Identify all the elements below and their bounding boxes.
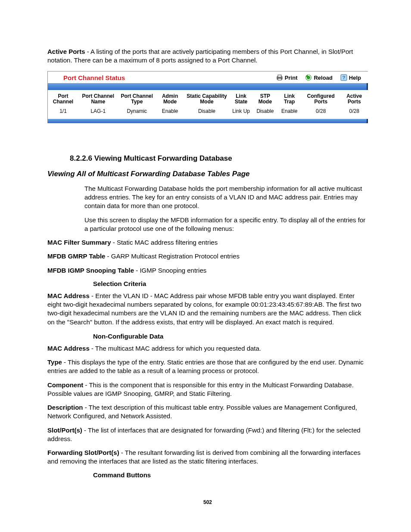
field-forwarding-slot-port-label: Forwarding Slot/Port(s) [47, 449, 119, 456]
col-port-channel-type: Port Channel Type [118, 90, 156, 108]
col-active-ports: Active Ports [340, 90, 368, 108]
mac-filter-summary-text: - Static MAC address filtering entries [111, 239, 218, 246]
field-component: Component - This is the component that i… [47, 381, 368, 398]
panel-header-links: Print Reload ? Help [276, 74, 364, 81]
col-configured-ports: Configured Ports [301, 90, 340, 108]
active-ports-label: Active Ports [47, 48, 85, 55]
non-configurable-data-heading: Non-Configurable Data [93, 333, 368, 340]
field-type-label: Type [47, 358, 62, 366]
mfdb-gmrp-table-label: MFDB GMRP Table [47, 252, 105, 260]
field-component-label: Component [47, 381, 83, 389]
cell-port-channel-name: LAG-1 [78, 108, 118, 119]
print-button[interactable]: Print [276, 74, 298, 81]
panel-title: Port Channel Status [63, 74, 276, 81]
print-icon [276, 74, 283, 81]
field-type: Type - This displays the type of the ent… [47, 358, 368, 376]
cell-port-channel: 1/1 [48, 108, 78, 119]
section-number-title: 8.2.2.6 Viewing Multicast Forwarding Dat… [70, 154, 368, 163]
field-mac-address: MAC Address - The multicast MAC address … [47, 344, 368, 353]
svg-rect-2 [278, 78, 281, 80]
table-row: 1/1 LAG-1 Dynamic Enable Disable Link Up… [48, 108, 368, 119]
mfdb-gmrp-table: MFDB GMRP Table - GARP Multicast Registr… [47, 252, 368, 261]
reload-label: Reload [314, 75, 332, 81]
print-label: Print [285, 75, 298, 81]
cell-link-state: Link Up [230, 108, 252, 119]
section-paragraph-1: The Multicast Forwarding Database holds … [84, 184, 368, 211]
field-slot-port-text: - The list of interfaces that are design… [47, 426, 361, 442]
svg-rect-1 [278, 75, 281, 77]
field-component-text: - This is the component that is responsi… [47, 381, 354, 397]
section-paragraph-2: Use this screen to display the MFDB info… [84, 216, 368, 233]
port-channel-status-panel: Port Channel Status Print Reload ? [47, 71, 368, 123]
mac-address-selection: MAC Address - Enter the VLAN ID - MAC Ad… [47, 292, 368, 327]
cell-static-capability-mode: Disable [184, 108, 230, 119]
help-button[interactable]: ? Help [340, 74, 361, 81]
col-port-channel-name: Port Channel Name [78, 90, 118, 108]
mfdb-igmp-snooping-table: MFDB IGMP Snooping Table - IGMP Snooping… [47, 266, 368, 275]
mac-address-selection-text: - Enter the VLAN ID - MAC Address pair w… [47, 292, 361, 326]
col-stp-mode: STP Mode [252, 90, 277, 108]
field-slot-port: Slot/Port(s) - The list of interfaces th… [47, 426, 368, 444]
reload-icon [305, 74, 312, 81]
field-forwarding-slot-port: Forwarding Slot/Port(s) - The resultant … [47, 448, 368, 466]
panel-header: Port Channel Status Print Reload ? [48, 72, 368, 83]
selection-criteria-heading: Selection Criteria [93, 280, 368, 287]
reload-button[interactable]: Reload [305, 74, 332, 81]
panel-bottom-bar [48, 119, 368, 123]
panel-top-bar [48, 83, 368, 90]
section-subtitle: Viewing All of Multicast Forwarding Data… [47, 170, 368, 178]
help-label: Help [349, 75, 361, 81]
field-mac-address-text: - The multicast MAC address for which yo… [90, 345, 261, 352]
help-icon: ? [340, 74, 347, 81]
cell-stp-mode: Disable [252, 108, 277, 119]
col-admin-mode: Admin Mode [156, 90, 184, 108]
mfdb-igmp-snooping-table-label: MFDB IGMP Snooping Table [47, 267, 134, 274]
active-ports-definition: Active Ports - A listing of the ports th… [47, 47, 368, 65]
active-ports-text: - A listing of the ports that are active… [47, 48, 353, 64]
mfdb-gmrp-table-text: - GARP Multicast Registration Protocol e… [105, 252, 240, 260]
field-description: Description - The text description of th… [47, 403, 368, 421]
cell-link-trap: Enable [278, 108, 302, 119]
command-buttons-heading: Command Buttons [93, 471, 368, 479]
cell-active-ports: 0/28 [340, 108, 368, 119]
field-slot-port-label: Slot/Port(s) [47, 426, 82, 434]
col-link-trap: Link Trap [278, 90, 302, 108]
cell-port-channel-type: Dynamic [118, 108, 156, 119]
cell-admin-mode: Enable [156, 108, 184, 119]
col-port-channel: Port Channel [48, 90, 78, 108]
col-link-state: Link State [230, 90, 252, 108]
col-static-capability-mode: Static Capability Mode [184, 90, 230, 108]
mac-filter-summary-label: MAC Filter Summary [47, 239, 111, 246]
mac-filter-summary: MAC Filter Summary - Static MAC address … [47, 238, 368, 247]
mac-address-selection-label: MAC Address [47, 292, 90, 299]
table-header-row: Port Channel Port Channel Name Port Chan… [48, 90, 368, 108]
page-number: 502 [47, 499, 368, 505]
field-description-label: Description [47, 404, 83, 411]
field-type-text: - This displays the type of the entry. S… [47, 358, 364, 374]
cell-configured-ports: 0/28 [301, 108, 340, 119]
mfdb-igmp-snooping-table-text: - IGMP Snooping entries [134, 267, 206, 274]
port-channel-table: Port Channel Port Channel Name Port Chan… [48, 90, 368, 119]
field-mac-address-label: MAC Address [47, 345, 90, 352]
svg-text:?: ? [342, 75, 345, 80]
field-description-text: - The text description of this multicast… [47, 404, 357, 420]
